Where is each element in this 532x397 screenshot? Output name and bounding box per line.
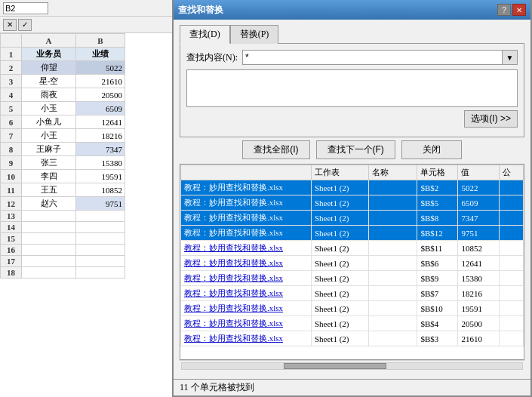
find-dropdown-btn[interactable]: ▼ [503, 50, 518, 65]
results-row[interactable]: 教程：妙用查找和替换.xlsxSheet1 (2)$B$1019591 [181, 301, 524, 316]
cell-a[interactable]: 小玉 [22, 102, 76, 115]
result-workbook: 教程：妙用查找和替换.xlsx [181, 241, 312, 256]
cell-a[interactable] [22, 222, 76, 233]
cell-b[interactable]: 10852 [76, 183, 125, 197]
cell-a[interactable]: 李四 [22, 170, 76, 183]
dialog-tabs: 查找(D) 替换(P) [180, 24, 524, 43]
cell-b[interactable] [76, 267, 125, 279]
results-row[interactable]: 教程：妙用查找和替换.xlsxSheet1 (2)$B$612641 [181, 256, 524, 271]
result-name [368, 256, 417, 271]
name-box-input[interactable]: B2 [3, 2, 48, 14]
grid-area: A B 1业务员业绩2仰望50223星-空216104雨夜205005小玉650… [0, 33, 174, 279]
scrollbar-track [181, 362, 523, 370]
table-row: 16 [1, 245, 125, 256]
cell-a[interactable] [22, 245, 76, 256]
scrollbar-thumb[interactable] [284, 363, 386, 369]
result-workbook: 教程：妙用查找和替换.xlsx [181, 286, 312, 301]
dialog-help-btn[interactable]: ? [497, 4, 511, 16]
result-sheet: Sheet1 (2) [311, 241, 368, 256]
cell-b[interactable]: 业绩 [76, 48, 125, 61]
cell-b[interactable]: 15380 [76, 156, 125, 170]
results-row[interactable]: 教程：妙用查找和替换.xlsxSheet1 (2)$B$87347 [181, 211, 524, 226]
dialog-close-btn[interactable]: ✕ [512, 4, 526, 16]
results-row[interactable]: 教程：妙用查找和替换.xlsxSheet1 (2)$B$718216 [181, 286, 524, 301]
cell-b[interactable]: 9751 [76, 197, 125, 211]
results-row[interactable]: 教程：妙用查找和替换.xlsxSheet1 (2)$B$915380 [181, 271, 524, 286]
result-link[interactable]: 教程：妙用查找和替换.xlsx [184, 303, 283, 312]
dialog-title: 查找和替换 [178, 4, 223, 17]
tab-content-find: 查找内容(N): ▼ 选项(I) >> [180, 43, 524, 137]
cell-b[interactable]: 6509 [76, 102, 125, 115]
cancel-formula-btn[interactable]: ✕ [3, 19, 17, 31]
result-link[interactable]: 教程：妙用查找和替换.xlsx [184, 319, 283, 328]
result-cell: $B$9 [417, 271, 458, 286]
cell-a[interactable] [22, 233, 76, 245]
cell-b[interactable]: 5022 [76, 61, 125, 75]
result-sheet: Sheet1 (2) [311, 271, 368, 286]
cell-a[interactable] [22, 267, 76, 279]
results-header: 工作表 名称 单元格 值 公 [181, 165, 524, 180]
result-name [368, 301, 417, 316]
results-row[interactable]: 教程：妙用查找和替换.xlsxSheet1 (2)$B$420500 [181, 316, 524, 331]
cell-b[interactable] [76, 211, 125, 222]
cell-a[interactable]: 张三 [22, 156, 76, 170]
dialog-close-action-btn[interactable]: 关闭 [401, 140, 462, 159]
find-input[interactable] [242, 50, 503, 65]
formula-bar: ✕ ✓ [0, 17, 174, 33]
cell-b[interactable] [76, 245, 125, 256]
result-extra [499, 316, 523, 331]
cell-a[interactable] [22, 211, 76, 222]
result-link[interactable]: 教程：妙用查找和替换.xlsx [184, 334, 283, 343]
cell-a[interactable]: 赵六 [22, 197, 76, 211]
find-all-btn[interactable]: 查找全部(I) [242, 140, 309, 159]
result-cell: $B$6 [417, 256, 458, 271]
cell-a[interactable]: 王五 [22, 183, 76, 197]
cell-a[interactable]: 星-空 [22, 75, 76, 88]
result-extra [499, 286, 523, 301]
col-header-a[interactable]: A [22, 34, 76, 48]
cell-b[interactable] [76, 222, 125, 233]
cell-a[interactable]: 仰望 [22, 61, 76, 75]
result-sheet: Sheet1 (2) [311, 316, 368, 331]
result-value: 18216 [458, 286, 499, 301]
cell-b[interactable]: 19591 [76, 170, 125, 183]
cell-a[interactable] [22, 256, 76, 267]
result-link[interactable]: 教程：妙用查找和替换.xlsx [184, 243, 283, 252]
cell-b[interactable]: 18216 [76, 129, 125, 143]
cell-b[interactable]: 20500 [76, 88, 125, 102]
spreadsheet: B2 ✕ ✓ A B 1业务员业绩2仰望50223星-空216104雨夜2050… [0, 0, 174, 397]
tab-find[interactable]: 查找(D) [180, 25, 230, 44]
horizontal-scrollbar[interactable] [180, 360, 524, 371]
table-row: 1业务员业绩 [1, 48, 125, 61]
results-row[interactable]: 教程：妙用查找和替换.xlsxSheet1 (2)$B$129751 [181, 226, 524, 241]
cell-b[interactable]: 7347 [76, 143, 125, 156]
cell-b[interactable]: 21610 [76, 75, 125, 88]
cell-a[interactable]: 小王 [22, 129, 76, 143]
result-link[interactable]: 教程：妙用查找和替换.xlsx [184, 288, 283, 297]
results-row[interactable]: 教程：妙用查找和替换.xlsxSheet1 (2)$B$56509 [181, 195, 524, 211]
tab-replace[interactable]: 替换(P) [230, 25, 279, 44]
cell-b[interactable] [76, 233, 125, 245]
row-header: 12 [1, 197, 22, 211]
row-header: 8 [1, 143, 22, 156]
cell-a[interactable]: 雨夜 [22, 88, 76, 102]
cell-a[interactable]: 王麻子 [22, 143, 76, 156]
result-extra [499, 195, 523, 211]
result-link[interactable]: 教程：妙用查找和替换.xlsx [184, 258, 283, 267]
status-bar: 11 个单元格被找到 [174, 379, 530, 395]
results-row[interactable]: 教程：妙用查找和替换.xlsxSheet1 (2)$B$321610 [181, 331, 524, 346]
results-row[interactable]: 教程：妙用查找和替换.xlsxSheet1 (2)$B$25022 [181, 180, 524, 195]
result-sheet: Sheet1 (2) [311, 301, 368, 316]
cell-a[interactable]: 小鱼儿 [22, 115, 76, 129]
options-btn[interactable]: 选项(I) >> [464, 110, 518, 128]
result-link[interactable]: 教程：妙用查找和替换.xlsx [184, 273, 283, 282]
cell-b[interactable]: 12641 [76, 115, 125, 129]
cell-a[interactable]: 业务员 [22, 48, 76, 61]
cell-b[interactable] [76, 256, 125, 267]
row-header: 6 [1, 115, 22, 129]
find-next-btn[interactable]: 查找下一个(F) [316, 140, 395, 159]
row-header: 2 [1, 61, 22, 75]
col-header-b[interactable]: B [76, 34, 125, 48]
confirm-formula-btn[interactable]: ✓ [18, 19, 32, 31]
results-row[interactable]: 教程：妙用查找和替换.xlsxSheet1 (2)$B$1110852 [181, 241, 524, 256]
